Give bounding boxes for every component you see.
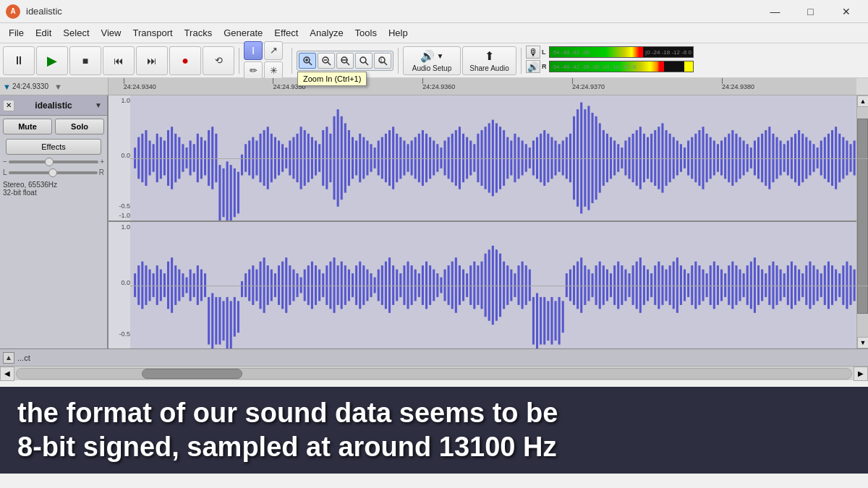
track-sample-info: Stereo, 65536Hz [3,181,104,189]
record-button[interactable]: ● [169,46,201,75]
volume-slider[interactable] [9,160,98,163]
svg-rect-332 [562,301,564,333]
stop-button[interactable]: ■ [69,46,101,75]
zoom-in-button[interactable] [299,53,316,69]
svg-rect-243 [234,297,236,337]
svg-line-13 [384,62,387,65]
separator-4 [521,48,522,74]
bottom-track-expand-button[interactable]: ▲ [3,352,14,364]
share-audio-label: Share Audio [469,64,509,72]
separator-1 [239,48,239,74]
skip-forward-button[interactable]: ⏭ [136,46,168,75]
share-audio-button[interactable]: ⬆ Share Audio [462,46,516,75]
menu-tracks[interactable]: Tracks [179,25,218,40]
menu-transport[interactable]: Transport [127,25,178,40]
minimize-button[interactable]: — [759,0,791,23]
mute-button[interactable]: Mute [3,119,52,134]
ruler-left-value: 24:24.9330 [12,82,48,90]
app-icon: A [6,4,20,19]
menu-view[interactable]: View [95,25,127,40]
svg-rect-239 [218,297,221,345]
scroll-down-button[interactable]: ▼ [857,337,868,348]
audio-setup-arrow: ▼ [437,52,444,60]
vol-min-label: − [3,158,7,166]
menu-tools[interactable]: Tools [349,25,383,40]
input-meter-bar[interactable]: -54 -48 -42 -36 |0 -24 -18 -12 -6 0 [549,46,694,58]
solo-button[interactable]: Solo [55,119,104,134]
envelope-tool-button[interactable]: ↗ [264,41,283,60]
svg-rect-328 [547,301,549,341]
track-controls: Mute Solo [0,116,107,137]
zoom-fit-h-button[interactable] [336,53,354,69]
play-button[interactable]: ▶ [36,46,68,75]
right-scrollbar: ▲ ▼ [856,95,868,348]
zoom-group: 1 Zoom In (Ctrl+1) [297,51,393,71]
skip-back-button[interactable]: ⏮ [103,46,135,75]
main-content: ✕ idealistic ▼ Mute Solo Effects − + L R [0,95,868,348]
lr-label-l: L [542,48,548,56]
menu-analyze[interactable]: Analyze [304,25,349,40]
close-button[interactable]: ✕ [830,0,862,23]
audio-setup-button[interactable]: 🔊 ▼ Audio Setup [403,46,461,75]
bottom-track-label: ...ct [17,354,30,362]
volume-row: − + [0,156,107,167]
maximize-button[interactable]: □ [794,0,827,23]
track-dropdown-button[interactable]: ▼ [93,100,104,111]
output-meter-bar[interactable]: -54 -48 -42 -36 -30 -24 -18 -12 -6 [549,61,694,72]
track-panel-left: ✕ idealistic ▼ Mute Solo Effects − + L R [0,95,109,348]
window-controls: — □ ✕ [759,0,862,23]
scroll-left-button[interactable]: ◀ [0,367,14,381]
track-waveform-area: 1.0 0.0 -0.5 -1.0 [109,95,868,348]
horizontal-scroll-thumb[interactable] [142,369,242,379]
svg-point-10 [360,57,366,63]
subtitle-area: the format of our sound data seems to be… [0,387,868,474]
svg-rect-44 [237,172,239,214]
menu-generate[interactable]: Generate [218,25,268,40]
svg-rect-324 [532,297,535,345]
svg-rect-329 [550,297,553,345]
menu-effect[interactable]: Effect [268,25,304,40]
output-meter-icon[interactable]: 🔊 [526,60,540,73]
ruler: ▼ 24:24.9330 ▼ 24:24.9340 24:24.9350 24:… [0,78,868,95]
svg-line-11 [365,62,368,65]
app-title: idealistic [26,6,759,17]
zoom-out-button[interactable] [318,53,335,69]
lr-label-r: R [542,63,548,70]
track-close-button[interactable]: ✕ [3,100,14,111]
output-meter-row: 🔊 R -54 -48 -42 -36 -30 -24 -18 -12 -6 [526,60,694,74]
svg-rect-237 [211,293,213,348]
zoom-reset-button[interactable]: 1 [374,53,391,69]
scroll-right-button[interactable]: ▶ [854,367,868,381]
svg-rect-43 [234,168,236,217]
multitool-button[interactable]: ✳ [264,61,283,80]
share-audio-icon: ⬆ [485,49,494,63]
svg-rect-327 [543,297,545,345]
pause-button[interactable]: ⏸ [3,46,35,75]
svg-rect-241 [226,297,229,348]
scroll-up-button[interactable]: ▲ [857,95,868,107]
menu-select[interactable]: Select [57,25,95,40]
pan-l-label: L [3,168,7,176]
audio-setup-icon: 🔊 [420,49,435,63]
zoom-fit-v-button[interactable] [355,53,373,69]
audio-setup-label: Audio Setup [412,64,452,72]
menu-help[interactable]: Help [383,25,414,40]
svg-rect-245 [241,281,243,297]
track-bit-info: 32-bit float [3,189,104,197]
tool-group: I ↗ ✏ ✳ [244,41,287,80]
input-meter-icon[interactable]: 🎙 [526,46,540,59]
svg-rect-330 [555,301,557,341]
menu-file[interactable]: File [3,25,30,40]
svg-rect-244 [237,301,239,333]
zoom-tooltip: Zoom In (Ctrl+1) [297,72,367,86]
loop-button[interactable]: ⟲ [203,46,234,75]
pan-slider[interactable] [9,171,98,174]
effects-button[interactable]: Effects [6,139,101,155]
svg-line-1 [309,62,312,65]
title-bar: A idealistic — □ ✕ [0,0,868,23]
track-name-bar: ✕ idealistic ▼ [0,95,107,116]
svg-line-5 [328,62,331,65]
draw-tool-button[interactable]: ✏ [244,61,263,80]
select-tool-button[interactable]: I [244,41,263,60]
menu-edit[interactable]: Edit [30,25,57,40]
